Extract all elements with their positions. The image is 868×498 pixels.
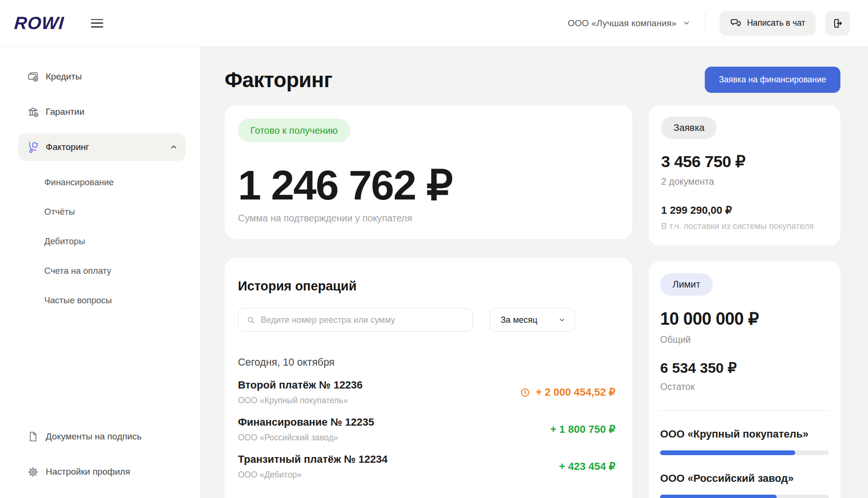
- search-field[interactable]: [238, 308, 473, 332]
- sidebar-item-label: Гарантии: [46, 107, 84, 117]
- request-secondary-caption: В т.ч. поставки из системы покупателя: [661, 221, 828, 231]
- limit-rest-amount: 6 534 350 ₽: [660, 359, 829, 376]
- sidebar: Кредиты Гарантии: [0, 47, 200, 498]
- chevron-down-icon: [558, 316, 566, 324]
- limit-badge: Лимит: [660, 273, 712, 296]
- status-badge: Готово к получению: [238, 119, 350, 142]
- sidebar-item-invoices[interactable]: Счета на оплату: [18, 256, 186, 286]
- logout-icon: [831, 17, 844, 30]
- menu-toggle-button[interactable]: [91, 19, 103, 28]
- request-documents-count: 2 документа: [661, 176, 828, 187]
- rowi-logo: ROWI: [14, 13, 65, 33]
- chevron-up-icon: [169, 143, 178, 151]
- sidebar-item-label: Документы на подпись: [46, 431, 141, 442]
- limit-card: Лимит 10 000 000 ₽ Общий 6 534 350 ₽ Ост…: [649, 261, 840, 498]
- chat-bubbles-icon: [730, 17, 742, 29]
- hamburger-icon: [91, 19, 103, 20]
- sidebar-item-guarantees[interactable]: Гарантии: [18, 98, 186, 126]
- clock-icon: [519, 387, 531, 398]
- app-window: ROWI ООО «Лучшая компания» Написать в ча…: [0, 0, 868, 498]
- credit-cards-icon: [26, 70, 39, 83]
- transaction-company: ООО «Крупный покупатель»: [238, 396, 363, 406]
- sidebar-item-label: Кредиты: [46, 71, 82, 82]
- transaction-amount: + 1 800 750 ₽: [550, 423, 615, 436]
- sidebar-item-label: Настройки профиля: [46, 467, 130, 477]
- transaction-company: ООО «Российский завод»: [238, 433, 374, 443]
- limit-divider: [660, 410, 829, 411]
- page-title: Факторинг: [225, 68, 332, 92]
- debtor-limit-row: ООО «Крупный покупатель»: [660, 428, 829, 455]
- hand-truck-icon: [26, 140, 39, 154]
- request-card: Заявка 3 456 750 ₽ 2 документа 1 299 290…: [649, 105, 840, 246]
- transaction-company: ООО «Дебитор»: [238, 470, 388, 480]
- gear-icon: [26, 465, 39, 478]
- transaction-title: Финансирование № 12235: [238, 416, 374, 428]
- logout-button[interactable]: [825, 11, 850, 36]
- header-actions: ООО «Лучшая компания» Написать в чат: [568, 11, 850, 36]
- sidebar-item-financing[interactable]: Финансирование: [18, 168, 186, 197]
- request-secondary-amount: 1 299 290,00 ₽: [661, 204, 828, 217]
- financing-request-button[interactable]: Заявка на финансирование: [705, 67, 840, 93]
- chevron-down-icon: [682, 19, 690, 27]
- ready-amount-caption: Сумма на подтверждении у покупателя: [238, 213, 619, 224]
- sidebar-item-label: Факторинг: [46, 142, 89, 152]
- sidebar-item-profile-settings[interactable]: Настройки профиля: [18, 458, 186, 486]
- sidebar-footer: Документы на подпись Настройки про: [18, 423, 186, 486]
- search-icon: [246, 315, 256, 325]
- debtor-name: ООО «Крупный покупатель»: [660, 428, 829, 440]
- top-bar: ROWI ООО «Лучшая компания» Написать в ча…: [0, 0, 868, 47]
- transaction-list: Второй платёж № 12236 ООО «Крупный покуп…: [238, 379, 615, 480]
- period-filter-select[interactable]: За месяц: [490, 308, 575, 332]
- company-selector-label: ООО «Лучшая компания»: [568, 18, 677, 29]
- request-badge: Заявка: [661, 117, 717, 139]
- ready-amount-card: Готово к получению 1 246 762 ₽ Сумма на …: [225, 105, 632, 239]
- sidebar-item-debtors[interactable]: Дебиторы: [18, 227, 186, 256]
- chat-button-label: Написать в чат: [747, 18, 805, 28]
- ready-amount-value: 1 246 762 ₽: [238, 164, 619, 206]
- limit-total-amount: 10 000 000 ₽: [660, 309, 829, 329]
- document-icon: [26, 430, 39, 443]
- period-filter-value: За месяц: [501, 315, 537, 325]
- sidebar-item-faq[interactable]: Частые вопросы: [18, 286, 186, 315]
- operations-history-card: История операций За месяц Сегодня: [225, 258, 632, 498]
- transaction-row[interactable]: Транзитный платёж № 12234 ООО «Дебитор» …: [238, 453, 615, 480]
- debtor-progress-track: [660, 450, 829, 455]
- bank-icon: [26, 105, 39, 119]
- date-group-label: Сегодня, 10 октября: [238, 357, 615, 369]
- history-title: История операций: [238, 279, 615, 294]
- transaction-amount: + 423 454 ₽: [559, 460, 616, 473]
- chat-button[interactable]: Написать в чат: [720, 11, 816, 36]
- factoring-submenu: Финансирование Отчёты Дебиторы Счета на …: [18, 168, 186, 315]
- limit-rest-caption: Остаток: [660, 381, 829, 392]
- sidebar-item-credits[interactable]: Кредиты: [18, 63, 186, 90]
- transaction-title: Второй платёж № 12236: [238, 379, 363, 391]
- transaction-row[interactable]: Финансирование № 12235 ООО «Российский з…: [238, 416, 615, 443]
- debtor-progress-fill: [660, 450, 795, 455]
- request-amount: 3 456 750 ₽: [661, 152, 828, 171]
- right-column: Заявка 3 456 750 ₽ 2 документа 1 299 290…: [649, 105, 840, 498]
- transaction-title: Транзитный платёж № 12234: [238, 453, 388, 466]
- sidebar-item-factoring[interactable]: Факторинг: [18, 133, 186, 161]
- header-divider: [705, 12, 705, 34]
- main-content: Факторинг Заявка на финансирование Готов…: [200, 47, 868, 498]
- sidebar-item-reports[interactable]: Отчёты: [18, 197, 186, 227]
- debtor-progress-fill: [660, 495, 777, 498]
- debtor-name: ООО «Российский завод»: [660, 472, 829, 485]
- sidebar-item-documents-to-sign[interactable]: Документы на подпись: [18, 423, 186, 450]
- transaction-amount: + 2 000 454,52 ₽: [519, 386, 616, 398]
- search-input[interactable]: [261, 315, 465, 325]
- company-selector[interactable]: ООО «Лучшая компания»: [568, 18, 690, 29]
- debtor-limit-row: ООО «Российский завод»: [660, 472, 829, 498]
- debtor-progress-track: [660, 495, 829, 498]
- limit-total-caption: Общий: [660, 334, 829, 345]
- transaction-row[interactable]: Второй платёж № 12236 ООО «Крупный покуп…: [238, 379, 615, 406]
